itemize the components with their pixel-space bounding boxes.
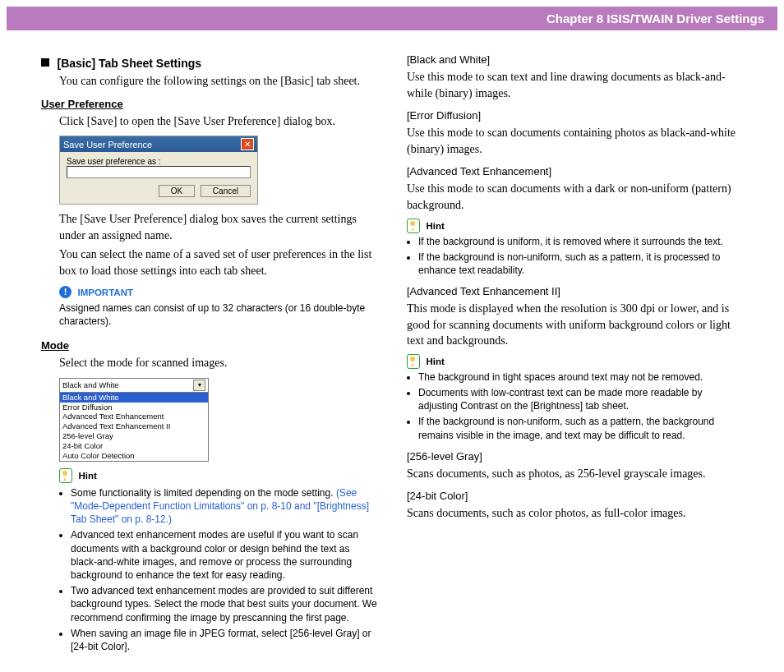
ate-body: Use this mode to scan documents with a d…	[407, 181, 743, 213]
basic-tab-heading: [Basic] Tab Sheet Settings	[41, 57, 377, 70]
mode-option[interactable]: Advanced Text Enhancement	[60, 412, 208, 421]
ed-heading: [Error Diffusion]	[407, 109, 743, 122]
mode-dropdown[interactable]: Black and White ▾ Black and White Error …	[59, 378, 209, 462]
hint-item: Some functionality is limited depending …	[71, 486, 377, 527]
hint-item: Two advanced text enhancement modes are …	[71, 584, 377, 624]
dialog-input[interactable]	[67, 166, 251, 178]
cancel-button[interactable]: Cancel	[201, 185, 251, 197]
color-heading: [24-bit Color]	[407, 490, 743, 502]
hint-callout-ate: Hint	[407, 219, 743, 233]
user-pref-after2: You can select the name of a saved set o…	[59, 246, 377, 278]
hint-item: If the background is uniform, it is remo…	[418, 235, 743, 248]
ok-button[interactable]: OK	[159, 185, 195, 197]
gray-heading: [256-level Gray]	[407, 450, 743, 463]
hint-label: Hint	[78, 471, 96, 481]
hint-label: Hint	[426, 357, 444, 366]
ed-body: Use this mode to scan documents containi…	[407, 125, 743, 157]
important-body: Assigned names can consist of up to 32 c…	[59, 301, 377, 328]
important-label: IMPORTANT	[77, 287, 133, 297]
mode-option-selected[interactable]: Black and White	[60, 393, 208, 403]
page-body: [Basic] Tab Sheet Settings You can confi…	[0, 30, 784, 664]
mode-option[interactable]: Error Diffusion	[60, 403, 208, 412]
ate-hint-list: If the background is uniform, it is remo…	[407, 235, 743, 278]
mode-heading: Mode	[41, 339, 377, 352]
mode-option[interactable]: 24-bit Color	[60, 441, 208, 451]
dialog-body: Save user preference as : OK Cancel	[60, 152, 257, 204]
left-column: [Basic] Tab Sheet Settings You can confi…	[41, 53, 377, 656]
basic-tab-body: You can configure the following settings…	[59, 73, 377, 90]
mode-dropdown-top[interactable]: Black and White ▾	[60, 379, 208, 393]
square-bullet-icon	[41, 58, 49, 67]
bw-heading: [Black and White]	[407, 53, 743, 66]
mode-option[interactable]: Auto Color Detection	[60, 451, 208, 461]
basic-tab-title: [Basic] Tab Sheet Settings	[57, 57, 201, 70]
ate2-heading: [Advanced Text Enhancement II]	[407, 285, 743, 297]
save-dialog: Save User Preference ✕ Save user prefere…	[59, 136, 258, 205]
hint-item: If the background is non-uniform, such a…	[418, 415, 743, 441]
hint-item: The background in tight spaces around te…	[418, 371, 743, 384]
hint-icon	[59, 468, 72, 483]
hint-item: Advanced text enhancement modes are usef…	[71, 528, 377, 582]
dialog-titlebar: Save User Preference ✕	[60, 136, 257, 152]
hint-icon	[407, 354, 420, 369]
gray-body: Scans documents, such as photos, as 256-…	[407, 466, 743, 482]
hint-item: Documents with low-contrast text can be …	[418, 386, 743, 412]
dialog-label: Save user preference as :	[67, 157, 251, 166]
chapter-header: Chapter 8 ISIS/TWAIN Driver Settings	[7, 7, 777, 30]
ate2-hint-list: The background in tight spaces around te…	[407, 371, 743, 442]
mode-body: Select the mode for scanned images.	[59, 355, 377, 371]
user-pref-after1: The [Save User Preference] dialog box sa…	[59, 211, 377, 243]
dialog-title-text: Save User Preference	[63, 140, 152, 150]
hint-callout-left: Hint	[59, 468, 377, 483]
hint-icon	[407, 219, 420, 233]
right-column: [Black and White] Use this mode to scan …	[407, 53, 743, 656]
important-icon: !	[59, 286, 71, 298]
bw-body: Use this mode to scan text and line draw…	[407, 69, 743, 101]
hint-item: When saving an image file in JPEG format…	[71, 627, 377, 653]
mode-option[interactable]: 256-level Gray	[60, 431, 208, 441]
user-pref-body: Click [Save] to open the [Save User Pref…	[59, 113, 377, 130]
ate2-body: This mode is displayed when the resoluti…	[407, 301, 743, 349]
mode-option[interactable]: Advanced Text Enhancement II	[60, 421, 208, 431]
user-pref-heading: User Preference	[41, 98, 377, 110]
important-callout: ! IMPORTANT	[59, 286, 377, 298]
chevron-down-icon[interactable]: ▾	[193, 380, 205, 391]
mode-selected-display: Black and White	[62, 380, 119, 390]
ate-heading: [Advanced Text Enhancement]	[407, 165, 743, 177]
hint-callout-ate2: Hint	[407, 354, 743, 369]
close-icon[interactable]: ✕	[241, 138, 254, 150]
hint-list-left: Some functionality is limited depending …	[59, 486, 377, 653]
color-body: Scans documents, such as color photos, a…	[407, 505, 743, 522]
hint-text: Some functionality is limited depending …	[71, 487, 334, 499]
hint-label: Hint	[426, 221, 444, 231]
hint-item: If the background is non-uniform, such a…	[418, 251, 743, 277]
